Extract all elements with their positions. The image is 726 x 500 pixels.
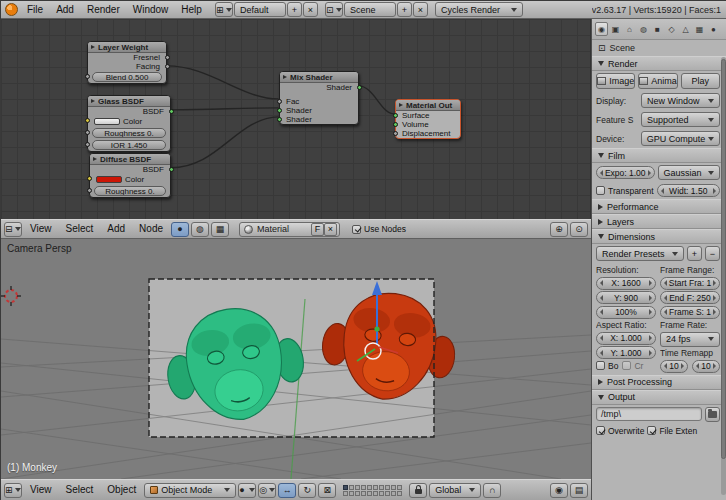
layer-cell[interactable] [397, 491, 402, 496]
node-title[interactable]: Glass BSDF [88, 96, 170, 107]
blend-slider[interactable]: Blend 0.500 [92, 72, 162, 82]
input-socket-shader2[interactable] [277, 117, 282, 122]
remap-new-slider[interactable]: 10 [692, 360, 720, 373]
tab-texture[interactable]: ● [707, 22, 720, 36]
scrollbar-thumb[interactable] [721, 59, 726, 459]
output-socket-facing[interactable] [165, 64, 170, 69]
render-image-button[interactable]: Image [596, 73, 635, 89]
menu-help[interactable]: Help [175, 1, 208, 19]
mode-select[interactable]: Object Mode [144, 483, 236, 498]
tab-scene[interactable]: ⌂ [623, 22, 636, 36]
layer-cell[interactable] [391, 491, 396, 496]
input-socket-roughness[interactable] [85, 130, 90, 135]
aspect-x-slider[interactable]: X: 1.000 [596, 332, 656, 345]
tab-object[interactable]: ■ [651, 22, 664, 36]
output-socket-bsdf[interactable] [169, 109, 174, 114]
layer-cell[interactable] [385, 491, 390, 496]
layer-cell[interactable] [343, 491, 348, 496]
transparent-checkbox[interactable]: Transparent [596, 186, 654, 196]
frame-step-slider[interactable]: Frame S: 1 [660, 306, 720, 319]
aspect-y-slider[interactable]: Y: 1.000 [596, 346, 656, 359]
texture-nodes-toggle[interactable]: ▦ [211, 222, 229, 237]
add-preset-button[interactable]: + [687, 246, 702, 261]
node-title[interactable]: Diffuse BSDF [90, 154, 170, 165]
feature-set-select[interactable]: Supported [641, 112, 720, 127]
render-engine-select[interactable]: Cycles Render [435, 2, 523, 17]
material-preview-icon[interactable] [244, 225, 253, 234]
blender-logo-icon[interactable] [5, 3, 18, 16]
node-glass-bsdf[interactable]: Glass BSDF BSDF Color Roughness 0. IOR 1… [87, 95, 171, 152]
frame-end-slider[interactable]: End F: 250 [660, 291, 720, 304]
roughness-slider[interactable]: Roughness 0. [94, 186, 166, 196]
viewport-shading-select[interactable]: ● [238, 483, 256, 498]
resolution-x-slider[interactable]: X: 1600 [596, 277, 656, 290]
remove-preset-button[interactable]: − [705, 246, 720, 261]
input-socket-surface[interactable] [393, 113, 398, 118]
menu-view[interactable]: View [24, 481, 58, 499]
color-swatch[interactable] [94, 118, 120, 125]
input-socket-fac[interactable] [277, 99, 282, 104]
file-extensions-checkbox[interactable]: File Exten [647, 426, 697, 436]
output-socket-bsdf[interactable] [169, 167, 174, 172]
output-socket-shader[interactable] [357, 85, 362, 90]
pivot-point-select[interactable]: ◎ [258, 483, 276, 498]
node-mix-shader[interactable]: Mix Shader Shader Fac Shader Shader [279, 71, 359, 125]
properties-scrollbar[interactable] [721, 57, 726, 495]
opengl-render-button[interactable]: ◉ [550, 483, 568, 498]
add-scene-button[interactable]: + [397, 2, 412, 17]
manipulator-translate-toggle[interactable]: ↔ [278, 483, 296, 498]
input-socket-color[interactable] [87, 176, 92, 181]
tab-render-layers[interactable]: ▣ [609, 22, 622, 36]
delete-scene-button[interactable]: × [413, 2, 428, 17]
layer-cell[interactable] [355, 485, 360, 490]
input-socket-blend[interactable] [85, 74, 90, 79]
layer-cell[interactable] [367, 491, 372, 496]
node-material-output[interactable]: Material Out Surface Volume Displacement [395, 99, 461, 139]
section-film[interactable]: Film [592, 148, 726, 163]
layer-cell[interactable] [373, 485, 378, 490]
section-dimensions[interactable]: Dimensions [592, 229, 726, 244]
manipulator-rotate-toggle[interactable]: ↻ [298, 483, 316, 498]
composite-nodes-toggle[interactable]: ◍ [191, 222, 209, 237]
viewport-3d[interactable]: Camera Persp (1) Monkey [1, 239, 591, 479]
remap-old-slider[interactable]: 10 [660, 360, 688, 373]
section-layers[interactable]: Layers [592, 214, 726, 229]
layer-cell[interactable] [379, 485, 384, 490]
node-title[interactable]: Material Out [396, 100, 460, 111]
section-performance[interactable]: Performance [592, 199, 726, 214]
input-socket-roughness[interactable] [87, 188, 92, 193]
scene-icon[interactable]: ⊡ [325, 2, 343, 17]
device-select[interactable]: GPU Compute [641, 131, 720, 146]
screen-layout-icon[interactable]: ⊞ [215, 2, 233, 17]
layer-cell[interactable] [349, 485, 354, 490]
input-socket-displacement[interactable] [393, 131, 398, 136]
layer-cell[interactable] [367, 485, 372, 490]
manipulator-scale-toggle[interactable]: ⊠ [318, 483, 336, 498]
menu-select[interactable]: Select [60, 220, 100, 238]
resolution-percentage-slider[interactable]: 100% [596, 306, 656, 319]
menu-window[interactable]: Window [127, 1, 175, 19]
pin-icon[interactable]: ⊙ [570, 222, 588, 237]
use-nodes-checkbox[interactable]: Use Nodes [352, 224, 406, 234]
layer-cell[interactable] [397, 485, 402, 490]
input-socket-volume[interactable] [393, 122, 398, 127]
node-editor-canvas[interactable]: Layer Weight Fresnel Facing Blend 0.500 … [1, 19, 591, 219]
filter-width-slider[interactable]: Widt: 1.50 [657, 184, 720, 197]
unlink-material-button[interactable]: × [324, 223, 337, 236]
section-output[interactable]: Output [592, 390, 726, 405]
exposure-slider[interactable]: Expo: 1.00 [596, 166, 655, 179]
border-checkbox[interactable]: Bo [596, 361, 618, 371]
render-presets-select[interactable]: Render Presets [596, 246, 684, 261]
color-swatch[interactable] [96, 176, 122, 183]
tab-object-data[interactable]: △ [679, 22, 692, 36]
layer-selector[interactable] [343, 485, 402, 496]
menu-file[interactable]: File [21, 1, 49, 19]
output-path-field[interactable]: /tmp\ [596, 407, 702, 421]
layer-cell[interactable] [379, 491, 384, 496]
section-post-processing[interactable]: Post Processing [592, 375, 726, 390]
snap-magnet-toggle[interactable]: ∩ [483, 483, 501, 498]
overwrite-checkbox[interactable]: Overwrite [596, 426, 644, 436]
frame-start-slider[interactable]: Start Fra: 1 [660, 277, 720, 290]
scene-selector[interactable]: Scene [344, 2, 396, 17]
editor-type-icon[interactable]: ⊟ [4, 222, 22, 237]
